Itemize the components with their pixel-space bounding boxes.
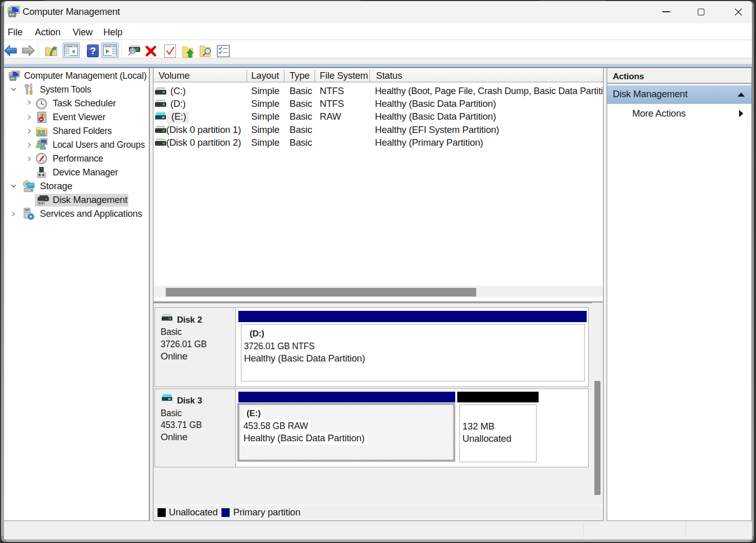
svg-text:?: ? (90, 46, 96, 56)
